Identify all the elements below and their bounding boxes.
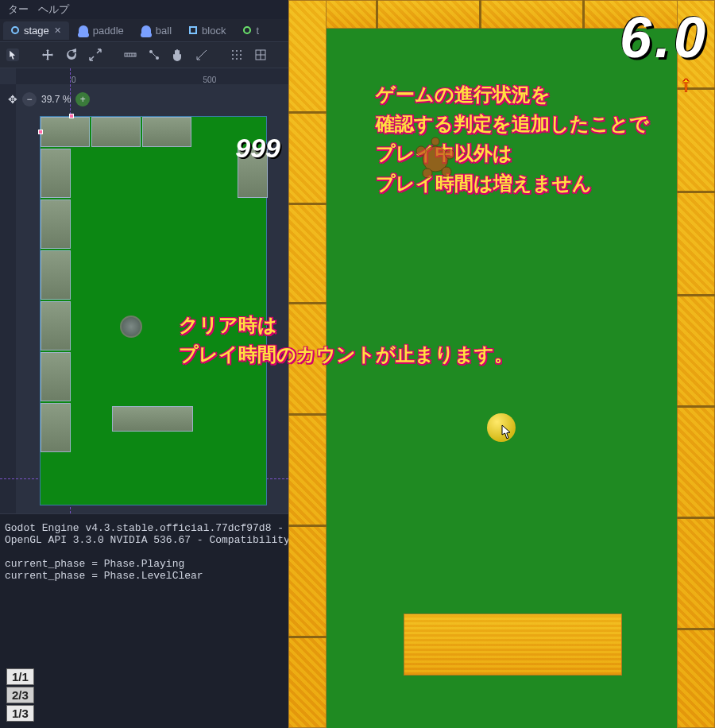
staticbody-icon xyxy=(189,26,197,34)
scale-tool-icon[interactable] xyxy=(89,48,102,61)
viewport-toolbar xyxy=(0,41,288,68)
tab-label: paddle xyxy=(93,25,124,37)
selection-handle[interactable] xyxy=(69,114,74,118)
svg-point-5 xyxy=(240,50,242,52)
block-sprite[interactable] xyxy=(41,250,71,300)
grid-icon[interactable] xyxy=(230,48,243,61)
snap-tool-icon[interactable] xyxy=(148,48,160,61)
arrow-up-icon: ↑ xyxy=(681,72,691,96)
node-icon xyxy=(243,26,251,34)
ruler-horizontal: 0 500 xyxy=(16,68,288,84)
svg-point-3 xyxy=(232,50,234,52)
log-line: Godot Engine v4.3.stable.official.77dcf9… xyxy=(5,522,288,534)
ruler-mark: 500 xyxy=(203,76,217,84)
svg-point-18 xyxy=(445,149,454,159)
block-sprite[interactable] xyxy=(41,352,71,401)
characterbody-icon xyxy=(79,25,88,35)
splat-sprite xyxy=(412,135,459,183)
measure-tool-icon[interactable] xyxy=(195,48,208,61)
zoom-in-button[interactable]: + xyxy=(75,92,90,106)
block-sprite[interactable] xyxy=(41,117,90,147)
tab-extra[interactable]: t xyxy=(235,21,267,40)
block-sprite[interactable] xyxy=(41,403,71,452)
svg-point-7 xyxy=(236,54,238,56)
svg-point-20 xyxy=(442,167,451,176)
block-sprite[interactable] xyxy=(41,199,71,249)
tab-paddle[interactable]: paddle xyxy=(71,21,132,40)
page-badge: 1/1 xyxy=(6,668,34,685)
block-sprite[interactable] xyxy=(41,149,71,198)
annotation-mid: クリア時は プレイ時間のカウントが止まります。 xyxy=(179,310,513,369)
pan-tool-icon[interactable] xyxy=(172,48,184,61)
output-log[interactable]: Godot Engine v4.3.stable.official.77dcf9… xyxy=(0,513,288,728)
page-badge: 1/3 xyxy=(6,705,34,722)
menu-item-help[interactable]: ヘルプ xyxy=(38,2,69,17)
viewport[interactable]: 0 500 ✥ − 39.7 % + xyxy=(0,68,288,513)
tab-label: stage xyxy=(24,25,49,37)
close-icon[interactable]: ✕ xyxy=(54,25,61,36)
svg-point-6 xyxy=(232,54,234,56)
svg-point-21 xyxy=(431,137,439,145)
wall-right xyxy=(677,0,715,728)
paddle-sprite[interactable] xyxy=(112,406,193,432)
tab-block[interactable]: block xyxy=(181,21,234,40)
page-badges: 1/1 2/3 1/3 xyxy=(6,668,34,722)
tab-label: ball xyxy=(156,25,172,37)
page-badge: 2/3 xyxy=(6,687,34,703)
grid-snap-icon[interactable] xyxy=(254,48,267,61)
node2d-icon xyxy=(11,26,19,34)
log-line: current_phase = Phase.LevelClear xyxy=(5,570,203,582)
block-sprite[interactable] xyxy=(41,301,71,350)
svg-point-4 xyxy=(236,50,238,52)
svg-point-11 xyxy=(240,58,242,60)
scene-tabs: stage ✕ paddle ball block t xyxy=(0,19,288,41)
ruler-tool-icon[interactable] xyxy=(124,48,137,61)
move-tool-icon[interactable] xyxy=(41,48,54,61)
log-line: current_phase = Phase.Playing xyxy=(5,558,184,570)
play-timer: 6.0 xyxy=(620,5,709,70)
svg-point-19 xyxy=(423,168,432,178)
svg-point-8 xyxy=(240,54,242,56)
ruler-vertical xyxy=(0,84,16,513)
rotate-tool-icon[interactable] xyxy=(65,48,78,61)
ruler-mark: 0 xyxy=(72,76,76,84)
zoom-controls: ✥ − 39.7 % + xyxy=(8,92,90,106)
characterbody-icon xyxy=(141,25,151,35)
tab-ball[interactable]: ball xyxy=(133,21,180,40)
zoom-out-button[interactable]: − xyxy=(22,92,37,106)
score-overlay: 999 xyxy=(235,133,280,164)
paddle[interactable] xyxy=(404,614,622,676)
svg-point-17 xyxy=(416,146,426,156)
block-sprite[interactable] xyxy=(91,117,141,147)
zoom-percent[interactable]: 39.7 % xyxy=(41,94,71,105)
menu-bar: ター ヘルプ xyxy=(0,0,288,19)
select-tool-icon[interactable] xyxy=(6,48,19,61)
svg-point-10 xyxy=(236,58,238,60)
svg-point-9 xyxy=(232,58,234,60)
log-line: OpenGL API 3.3.0 NVIDIA 536.67 - Compati… xyxy=(5,534,288,546)
selection-handle[interactable] xyxy=(38,130,43,134)
tab-label: t xyxy=(256,25,259,37)
move-origin-icon[interactable]: ✥ xyxy=(8,93,17,106)
ball-sprite[interactable] xyxy=(120,316,142,338)
block-sprite[interactable] xyxy=(142,117,191,147)
menu-item[interactable]: ター xyxy=(8,2,29,17)
tab-label: block xyxy=(202,25,226,37)
tab-stage[interactable]: stage ✕ xyxy=(3,21,69,40)
mouse-cursor-icon xyxy=(501,424,512,439)
